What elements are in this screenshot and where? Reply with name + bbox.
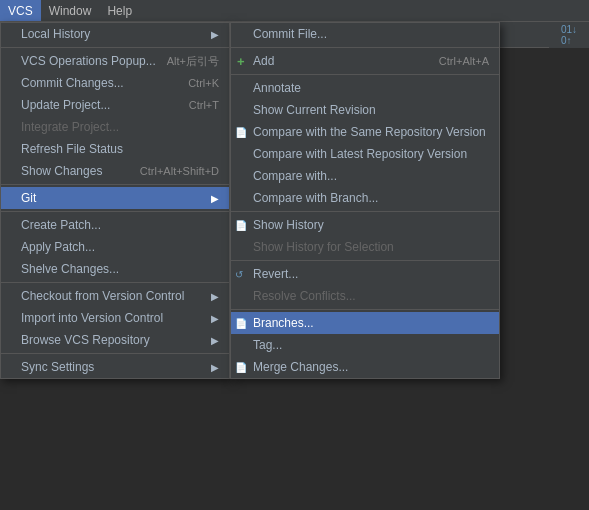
git-separator-1 xyxy=(231,47,499,48)
git-label-add: Add xyxy=(253,54,274,68)
history-icon: 📄 xyxy=(235,220,247,231)
git-separator-5 xyxy=(231,309,499,310)
menu-label-import-vcs: Import into Version Control xyxy=(21,311,163,325)
add-icon: + xyxy=(237,54,245,69)
menu-item-sync-settings[interactable]: Sync Settings ▶ xyxy=(1,356,229,378)
shortcut-show-changes: Ctrl+Alt+Shift+D xyxy=(140,165,219,177)
separator-5 xyxy=(1,353,229,354)
git-label-compare-with-branch: Compare with Branch... xyxy=(253,191,378,205)
menu-item-shelve-changes[interactable]: Shelve Changes... xyxy=(1,258,229,280)
shortcut-vcs-operations: Alt+后引号 xyxy=(167,54,219,69)
git-label-show-history: Show History xyxy=(253,218,324,232)
git-label-revert: Revert... xyxy=(253,267,298,281)
arrow-local-history: ▶ xyxy=(211,29,219,40)
git-label-compare-same-repo: Compare with the Same Repository Version xyxy=(253,125,486,139)
menu-item-vcs-operations[interactable]: VCS Operations Popup... Alt+后引号 xyxy=(1,50,229,72)
compare-icon: 📄 xyxy=(235,127,247,138)
branches-icon: 📄 xyxy=(235,318,247,329)
menu-item-git[interactable]: Git ▶ xyxy=(1,187,229,209)
git-label-resolve-conflicts: Resolve Conflicts... xyxy=(253,289,356,303)
arrow-git: ▶ xyxy=(211,193,219,204)
menu-label-update-project: Update Project... xyxy=(21,98,110,112)
menu-label-commit-changes: Commit Changes... xyxy=(21,76,124,90)
git-separator-4 xyxy=(231,260,499,261)
git-submenu: Commit File... + Add Ctrl+Alt+A Annotate… xyxy=(230,22,500,379)
git-item-commit-file[interactable]: Commit File... xyxy=(231,23,499,45)
menu-vcs[interactable]: VCS xyxy=(0,0,41,21)
separator-2 xyxy=(1,184,229,185)
menu-label-local-history: Local History xyxy=(21,27,90,41)
git-label-show-history-selection: Show History for Selection xyxy=(253,240,394,254)
menu-label-vcs-operations: VCS Operations Popup... xyxy=(21,54,156,68)
shortcut-commit-changes: Ctrl+K xyxy=(188,77,219,89)
menu-item-checkout-vcs[interactable]: Checkout from Version Control ▶ xyxy=(1,285,229,307)
separator-4 xyxy=(1,282,229,283)
git-item-merge-changes[interactable]: 📄 Merge Changes... xyxy=(231,356,499,378)
git-item-compare-with[interactable]: Compare with... xyxy=(231,165,499,187)
revert-icon: ↺ xyxy=(235,269,243,280)
git-label-compare-latest-repo: Compare with Latest Repository Version xyxy=(253,147,467,161)
menu-help[interactable]: Help xyxy=(99,0,140,21)
menu-label-git: Git xyxy=(21,191,36,205)
git-item-compare-same-repo[interactable]: 📄 Compare with the Same Repository Versi… xyxy=(231,121,499,143)
menu-label-browse-vcs: Browse VCS Repository xyxy=(21,333,150,347)
menu-item-commit-changes[interactable]: Commit Changes... Ctrl+K xyxy=(1,72,229,94)
git-item-show-history-selection: Show History for Selection xyxy=(231,236,499,258)
menu-window[interactable]: Window xyxy=(41,0,100,21)
menu-label-sync-settings: Sync Settings xyxy=(21,360,94,374)
git-item-add[interactable]: + Add Ctrl+Alt+A xyxy=(231,50,499,72)
arrow-import-vcs: ▶ xyxy=(211,313,219,324)
git-item-show-current-revision[interactable]: Show Current Revision xyxy=(231,99,499,121)
menu-item-local-history[interactable]: Local History ▶ xyxy=(1,23,229,45)
menu-item-refresh-file-status[interactable]: Refresh File Status xyxy=(1,138,229,160)
arrow-checkout-vcs: ▶ xyxy=(211,291,219,302)
git-item-branches[interactable]: 📄 Branches... xyxy=(231,312,499,334)
menu-label-show-changes: Show Changes xyxy=(21,164,102,178)
menu-label-checkout-vcs: Checkout from Version Control xyxy=(21,289,184,303)
git-item-show-history[interactable]: 📄 Show History xyxy=(231,214,499,236)
git-label-commit-file: Commit File... xyxy=(253,27,327,41)
menu-label-refresh-file-status: Refresh File Status xyxy=(21,142,123,156)
git-item-compare-with-branch[interactable]: Compare with Branch... xyxy=(231,187,499,209)
menu-label-apply-patch: Apply Patch... xyxy=(21,240,95,254)
git-item-resolve-conflicts: Resolve Conflicts... xyxy=(231,285,499,307)
shortcut-add: Ctrl+Alt+A xyxy=(439,55,489,67)
arrow-sync-settings: ▶ xyxy=(211,362,219,373)
separator-3 xyxy=(1,211,229,212)
git-label-show-current-revision: Show Current Revision xyxy=(253,103,376,117)
menu-bar: VCS Window Help xyxy=(0,0,589,22)
menu-label-create-patch: Create Patch... xyxy=(21,218,101,232)
menu-label-shelve-changes: Shelve Changes... xyxy=(21,262,119,276)
git-label-annotate: Annotate xyxy=(253,81,301,95)
shortcut-update-project: Ctrl+T xyxy=(189,99,219,111)
vcs-status-text: 01↓0↑ xyxy=(561,24,577,46)
git-label-compare-with: Compare with... xyxy=(253,169,337,183)
menu-item-integrate-project: Integrate Project... xyxy=(1,116,229,138)
git-label-tag: Tag... xyxy=(253,338,282,352)
git-item-tag[interactable]: Tag... xyxy=(231,334,499,356)
merge-icon: 📄 xyxy=(235,362,247,373)
git-item-compare-latest-repo[interactable]: Compare with Latest Repository Version xyxy=(231,143,499,165)
git-item-revert[interactable]: ↺ Revert... xyxy=(231,263,499,285)
vcs-dropdown: Local History ▶ VCS Operations Popup... … xyxy=(0,22,230,379)
git-separator-3 xyxy=(231,211,499,212)
separator-1 xyxy=(1,47,229,48)
git-separator-2 xyxy=(231,74,499,75)
vcs-status: 01↓0↑ xyxy=(549,22,589,48)
menu-item-import-vcs[interactable]: Import into Version Control ▶ xyxy=(1,307,229,329)
menu-item-show-changes[interactable]: Show Changes Ctrl+Alt+Shift+D xyxy=(1,160,229,182)
menu-item-update-project[interactable]: Update Project... Ctrl+T xyxy=(1,94,229,116)
git-label-branches: Branches... xyxy=(253,316,314,330)
menu-item-browse-vcs[interactable]: Browse VCS Repository ▶ xyxy=(1,329,229,351)
menu-label-integrate-project: Integrate Project... xyxy=(21,120,119,134)
arrow-browse-vcs: ▶ xyxy=(211,335,219,346)
git-label-merge-changes: Merge Changes... xyxy=(253,360,348,374)
menu-item-apply-patch[interactable]: Apply Patch... xyxy=(1,236,229,258)
menu-item-create-patch[interactable]: Create Patch... xyxy=(1,214,229,236)
git-item-annotate[interactable]: Annotate xyxy=(231,77,499,99)
